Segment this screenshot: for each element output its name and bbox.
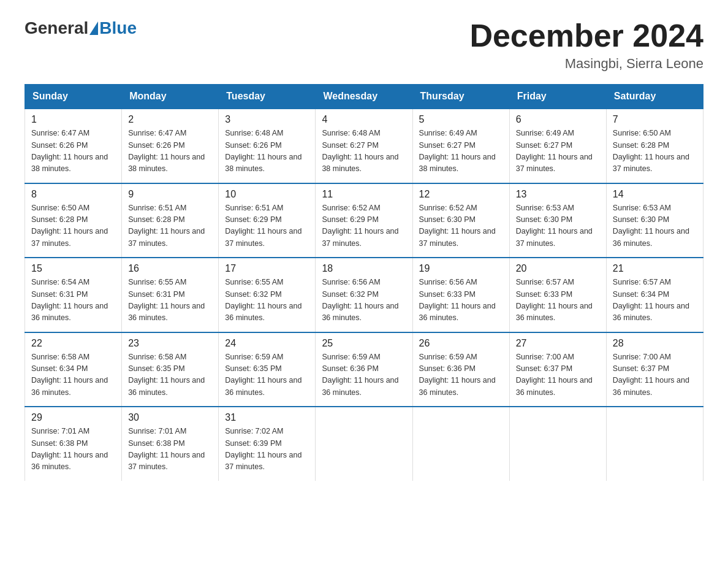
calendar-cell: 7 Sunrise: 6:50 AMSunset: 6:28 PMDayligh…	[606, 109, 703, 183]
calendar-cell: 29 Sunrise: 7:01 AMSunset: 6:38 PMDaylig…	[25, 407, 122, 481]
calendar-cell: 2 Sunrise: 6:47 AMSunset: 6:26 PMDayligh…	[122, 109, 219, 183]
calendar-cell: 28 Sunrise: 7:00 AMSunset: 6:37 PMDaylig…	[606, 332, 703, 407]
day-info: Sunrise: 6:59 AMSunset: 6:36 PMDaylight:…	[322, 353, 398, 397]
location-text: Masingbi, Sierra Leone	[469, 56, 703, 72]
day-info: Sunrise: 6:56 AMSunset: 6:32 PMDaylight:…	[322, 278, 398, 322]
day-number: 14	[613, 189, 697, 200]
day-info: Sunrise: 6:53 AMSunset: 6:30 PMDaylight:…	[516, 204, 593, 248]
calendar-cell: 1 Sunrise: 6:47 AMSunset: 6:26 PMDayligh…	[25, 109, 122, 183]
day-number: 10	[225, 189, 309, 200]
day-number: 16	[128, 263, 212, 274]
calendar-cell: 21 Sunrise: 6:57 AMSunset: 6:34 PMDaylig…	[606, 258, 703, 332]
calendar-cell: 3 Sunrise: 6:48 AMSunset: 6:26 PMDayligh…	[219, 109, 316, 183]
calendar-cell: 18 Sunrise: 6:56 AMSunset: 6:32 PMDaylig…	[316, 258, 412, 332]
calendar-cell: 22 Sunrise: 6:58 AMSunset: 6:34 PMDaylig…	[25, 332, 122, 407]
calendar-cell: 17 Sunrise: 6:55 AMSunset: 6:32 PMDaylig…	[219, 258, 316, 332]
day-info: Sunrise: 7:01 AMSunset: 6:38 PMDaylight:…	[31, 427, 108, 471]
day-info: Sunrise: 6:51 AMSunset: 6:29 PMDaylight:…	[225, 204, 301, 248]
day-number: 13	[516, 189, 600, 200]
day-info: Sunrise: 6:59 AMSunset: 6:36 PMDaylight:…	[419, 353, 496, 397]
header-friday: Friday	[509, 85, 606, 109]
calendar-cell	[412, 407, 509, 481]
day-number: 7	[613, 114, 697, 125]
calendar-cell: 25 Sunrise: 6:59 AMSunset: 6:36 PMDaylig…	[316, 332, 412, 407]
calendar-cell: 4 Sunrise: 6:48 AMSunset: 6:27 PMDayligh…	[316, 109, 412, 183]
day-number: 25	[322, 338, 406, 349]
day-info: Sunrise: 7:01 AMSunset: 6:38 PMDaylight:…	[128, 427, 205, 471]
calendar-cell: 31 Sunrise: 7:02 AMSunset: 6:39 PMDaylig…	[219, 407, 316, 481]
day-info: Sunrise: 6:51 AMSunset: 6:28 PMDaylight:…	[128, 204, 205, 248]
header-wednesday: Wednesday	[316, 85, 412, 109]
calendar-cell	[316, 407, 412, 481]
day-number: 15	[31, 263, 115, 274]
calendar-cell: 23 Sunrise: 6:58 AMSunset: 6:35 PMDaylig…	[122, 332, 219, 407]
day-number: 4	[322, 114, 406, 125]
day-number: 17	[225, 263, 309, 274]
day-info: Sunrise: 7:00 AMSunset: 6:37 PMDaylight:…	[613, 353, 689, 397]
day-info: Sunrise: 6:52 AMSunset: 6:30 PMDaylight:…	[419, 204, 496, 248]
day-number: 8	[31, 189, 115, 200]
day-number: 24	[225, 338, 309, 349]
calendar-table: Sunday Monday Tuesday Wednesday Thursday…	[25, 84, 703, 481]
day-number: 23	[128, 338, 212, 349]
page-header: General Blue December 2024 Masingbi, Sie…	[25, 18, 703, 72]
day-number: 21	[613, 263, 697, 274]
day-number: 20	[516, 263, 600, 274]
calendar-cell: 9 Sunrise: 6:51 AMSunset: 6:28 PMDayligh…	[122, 183, 219, 258]
day-number: 26	[419, 338, 503, 349]
day-info: Sunrise: 6:59 AMSunset: 6:35 PMDaylight:…	[225, 353, 301, 397]
day-number: 5	[419, 114, 503, 125]
logo-blue-text: Blue	[99, 18, 137, 38]
day-number: 9	[128, 189, 212, 200]
day-number: 31	[225, 412, 309, 423]
week-row-1: 1 Sunrise: 6:47 AMSunset: 6:26 PMDayligh…	[25, 109, 703, 183]
week-row-2: 8 Sunrise: 6:50 AMSunset: 6:28 PMDayligh…	[25, 183, 703, 258]
day-number: 18	[322, 263, 406, 274]
calendar-cell	[509, 407, 606, 481]
day-number: 11	[322, 189, 406, 200]
day-info: Sunrise: 7:00 AMSunset: 6:37 PMDaylight:…	[516, 353, 593, 397]
day-number: 3	[225, 114, 309, 125]
calendar-cell: 20 Sunrise: 6:57 AMSunset: 6:33 PMDaylig…	[509, 258, 606, 332]
day-info: Sunrise: 6:57 AMSunset: 6:34 PMDaylight:…	[613, 278, 689, 322]
day-number: 12	[419, 189, 503, 200]
calendar-cell: 19 Sunrise: 6:56 AMSunset: 6:33 PMDaylig…	[412, 258, 509, 332]
day-info: Sunrise: 6:50 AMSunset: 6:28 PMDaylight:…	[613, 129, 689, 173]
logo: General Blue	[25, 18, 137, 38]
calendar-cell: 8 Sunrise: 6:50 AMSunset: 6:28 PMDayligh…	[25, 183, 122, 258]
calendar-cell: 10 Sunrise: 6:51 AMSunset: 6:29 PMDaylig…	[219, 183, 316, 258]
day-info: Sunrise: 7:02 AMSunset: 6:39 PMDaylight:…	[225, 427, 301, 471]
day-info: Sunrise: 6:49 AMSunset: 6:27 PMDaylight:…	[419, 129, 496, 173]
month-title: December 2024	[469, 18, 703, 53]
day-info: Sunrise: 6:55 AMSunset: 6:31 PMDaylight:…	[128, 278, 205, 322]
week-row-4: 22 Sunrise: 6:58 AMSunset: 6:34 PMDaylig…	[25, 332, 703, 407]
calendar-cell: 26 Sunrise: 6:59 AMSunset: 6:36 PMDaylig…	[412, 332, 509, 407]
day-info: Sunrise: 6:54 AMSunset: 6:31 PMDaylight:…	[31, 278, 108, 322]
calendar-cell: 14 Sunrise: 6:53 AMSunset: 6:30 PMDaylig…	[606, 183, 703, 258]
day-number: 1	[31, 114, 115, 125]
day-info: Sunrise: 6:52 AMSunset: 6:29 PMDaylight:…	[322, 204, 398, 248]
day-number: 29	[31, 412, 115, 423]
logo-general-text: General	[25, 18, 88, 38]
calendar-cell: 13 Sunrise: 6:53 AMSunset: 6:30 PMDaylig…	[509, 183, 606, 258]
day-number: 22	[31, 338, 115, 349]
calendar-cell: 6 Sunrise: 6:49 AMSunset: 6:27 PMDayligh…	[509, 109, 606, 183]
weekday-header-row: Sunday Monday Tuesday Wednesday Thursday…	[25, 85, 703, 109]
calendar-cell: 30 Sunrise: 7:01 AMSunset: 6:38 PMDaylig…	[122, 407, 219, 481]
day-info: Sunrise: 6:55 AMSunset: 6:32 PMDaylight:…	[225, 278, 301, 322]
calendar-cell	[606, 407, 703, 481]
week-row-3: 15 Sunrise: 6:54 AMSunset: 6:31 PMDaylig…	[25, 258, 703, 332]
day-info: Sunrise: 6:49 AMSunset: 6:27 PMDaylight:…	[516, 129, 593, 173]
header-saturday: Saturday	[606, 85, 703, 109]
calendar-cell: 24 Sunrise: 6:59 AMSunset: 6:35 PMDaylig…	[219, 332, 316, 407]
title-section: December 2024 Masingbi, Sierra Leone	[469, 18, 703, 72]
logo-triangle-icon	[89, 21, 98, 35]
day-number: 28	[613, 338, 697, 349]
calendar-cell: 27 Sunrise: 7:00 AMSunset: 6:37 PMDaylig…	[509, 332, 606, 407]
header-tuesday: Tuesday	[219, 85, 316, 109]
day-number: 27	[516, 338, 600, 349]
day-number: 6	[516, 114, 600, 125]
calendar-cell: 12 Sunrise: 6:52 AMSunset: 6:30 PMDaylig…	[412, 183, 509, 258]
day-info: Sunrise: 6:47 AMSunset: 6:26 PMDaylight:…	[31, 129, 108, 173]
day-info: Sunrise: 6:58 AMSunset: 6:34 PMDaylight:…	[31, 353, 108, 397]
